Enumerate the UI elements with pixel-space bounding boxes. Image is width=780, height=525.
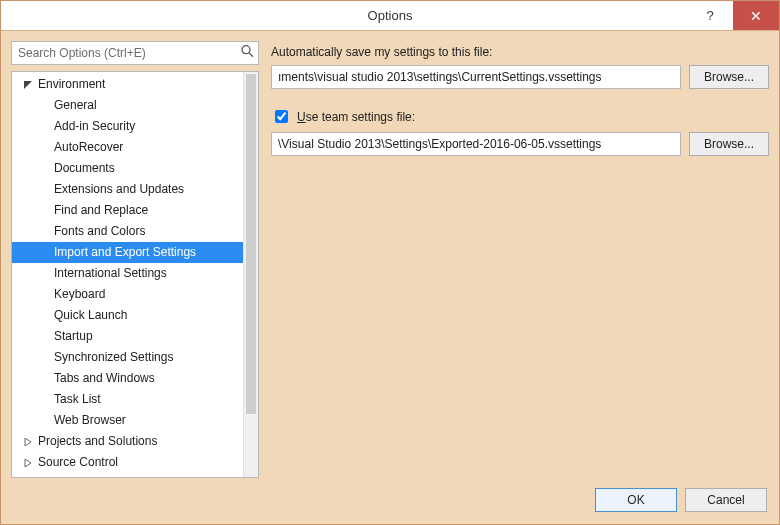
scrollbar-thumb[interactable] (246, 74, 256, 414)
team-path-input[interactable] (271, 132, 681, 156)
tree-scroll[interactable]: Environment General Add-in Security Auto… (12, 72, 243, 477)
tree-label: Projects and Solutions (38, 431, 157, 452)
tree-label: Web Browser (54, 410, 126, 431)
tree-label: Task List (54, 389, 101, 410)
tree-node-projects[interactable]: Projects and Solutions (12, 431, 243, 452)
use-team-row: Use team settings file: (271, 107, 769, 126)
auto-save-label: Automatically save my settings to this f… (271, 45, 769, 59)
tree-label: Keyboard (54, 284, 105, 305)
tree-child[interactable]: Tabs and Windows (12, 368, 243, 389)
tree-label: Quick Launch (54, 305, 127, 326)
tree-label: AutoRecover (54, 137, 123, 158)
tree-child[interactable]: Find and Replace (12, 200, 243, 221)
tree-child[interactable]: International Settings (12, 263, 243, 284)
tree-child[interactable]: Synchronized Settings (12, 347, 243, 368)
ok-button[interactable]: OK (595, 488, 677, 512)
tree-child[interactable]: Keyboard (12, 284, 243, 305)
auto-save-path-input[interactable] (271, 65, 681, 89)
svg-marker-2 (24, 81, 32, 89)
use-team-label[interactable]: Use team settings file: (297, 110, 415, 124)
tree-child[interactable]: Startup (12, 326, 243, 347)
category-tree: Environment General Add-in Security Auto… (11, 71, 259, 478)
tree-label: Fonts and Colors (54, 221, 145, 242)
search-wrap (11, 41, 259, 65)
tree-label: Documents (54, 158, 115, 179)
expander-closed-icon (22, 438, 34, 446)
svg-marker-3 (25, 438, 31, 446)
cancel-button[interactable]: Cancel (685, 488, 767, 512)
tree-child[interactable]: Quick Launch (12, 305, 243, 326)
dialog-body: Environment General Add-in Security Auto… (1, 31, 779, 478)
expander-open-icon (22, 81, 34, 89)
tree-label: Import and Export Settings (54, 242, 196, 263)
tree-node-source-control[interactable]: Source Control (12, 452, 243, 473)
close-button[interactable]: ✕ (733, 1, 779, 30)
tree-node-environment[interactable]: Environment (12, 74, 243, 95)
tree-label: Environment (38, 74, 105, 95)
tree-label: International Settings (54, 263, 167, 284)
tree-child[interactable]: Fonts and Colors (12, 221, 243, 242)
help-button[interactable]: ? (687, 1, 733, 30)
close-icon: ✕ (750, 8, 762, 24)
titlebar: Options ? ✕ (1, 1, 779, 31)
svg-marker-4 (25, 459, 31, 467)
tree-child[interactable]: Add-in Security (12, 116, 243, 137)
options-window: Options ? ✕ (0, 0, 780, 525)
settings-panel: Automatically save my settings to this f… (271, 41, 769, 478)
browse-auto-save-button[interactable]: Browse... (689, 65, 769, 89)
auto-save-row: Browse... (271, 65, 769, 89)
tree-label: Add-in Security (54, 116, 135, 137)
tree-child[interactable]: General (12, 95, 243, 116)
scrollbar[interactable] (243, 72, 258, 477)
team-path-row: Browse... (271, 132, 769, 156)
tree-label: Extensions and Updates (54, 179, 184, 200)
window-title: Options (1, 8, 779, 23)
help-icon: ? (706, 8, 713, 23)
tree-child[interactable]: Web Browser (12, 410, 243, 431)
tree-label: General (54, 95, 97, 116)
browse-team-button[interactable]: Browse... (689, 132, 769, 156)
use-team-checkbox[interactable] (275, 110, 288, 123)
expander-closed-icon (22, 459, 34, 467)
left-column: Environment General Add-in Security Auto… (11, 41, 259, 478)
tree-label: Tabs and Windows (54, 368, 155, 389)
dialog-footer: OK Cancel (1, 478, 779, 524)
tree-child[interactable]: AutoRecover (12, 137, 243, 158)
tree-child-selected[interactable]: Import and Export Settings (12, 242, 243, 263)
tree-label: Source Control (38, 452, 118, 473)
tree-label: Find and Replace (54, 200, 148, 221)
tree-label: Synchronized Settings (54, 347, 173, 368)
window-controls: ? ✕ (687, 1, 779, 30)
tree-child[interactable]: Documents (12, 158, 243, 179)
tree-child[interactable]: Extensions and Updates (12, 179, 243, 200)
tree-child[interactable]: Task List (12, 389, 243, 410)
tree-label: Startup (54, 326, 93, 347)
search-input[interactable] (11, 41, 259, 65)
